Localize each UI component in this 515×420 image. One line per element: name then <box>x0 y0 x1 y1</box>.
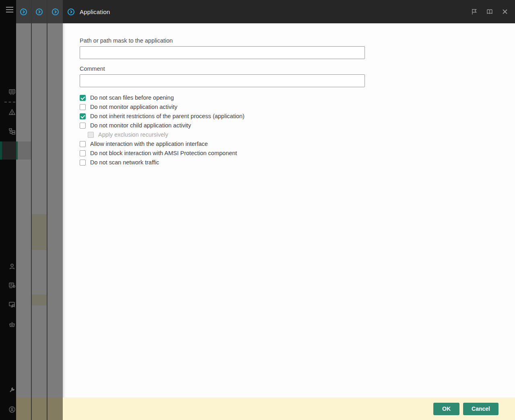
cancel-button[interactable]: Cancel <box>463 403 499 415</box>
app-window: Application <box>0 0 515 420</box>
stacked-dialog-1-footer <box>16 397 31 420</box>
path-label: Path or path mask to the application <box>80 37 515 44</box>
stacked-dialog-2-footer <box>32 397 47 420</box>
checkbox-label: Do not inherit restrictions of the paren… <box>90 113 245 119</box>
checkbox-label: Do not monitor application activity <box>90 104 177 110</box>
close-icon[interactable] <box>502 8 508 15</box>
circle-chevron-icon <box>20 8 27 16</box>
stacked-dialog-1-body <box>16 23 31 397</box>
sidebar-divider <box>4 102 15 102</box>
user-icon[interactable] <box>8 263 16 270</box>
application-dialog: Application <box>63 0 515 420</box>
checkbox-label: Do not scan files before opening <box>90 94 174 101</box>
list-settings-icon[interactable] <box>8 282 16 289</box>
checkbox-do-not-scan-network-traffic[interactable]: Do not scan network traffic <box>80 158 515 166</box>
checkbox-apply-exclusion-recursively: Apply exclusion recursively <box>88 131 515 139</box>
stacked-dialog-3-titlebar <box>47 0 63 23</box>
warning-triangle-icon[interactable] <box>8 109 16 116</box>
exclusion-options: Do not scan files before opening Do not … <box>80 94 515 166</box>
stacked-dialog-2 <box>32 0 47 420</box>
checkbox-box[interactable] <box>80 113 86 119</box>
checkbox-do-not-inherit-restrictions[interactable]: Do not inherit restrictions of the paren… <box>80 112 515 120</box>
circle-chevron-icon <box>52 8 59 16</box>
checkbox-label: Do not monitor child application activit… <box>90 122 191 129</box>
checkbox-box[interactable] <box>80 104 86 110</box>
checkbox-do-not-monitor-activity[interactable]: Do not monitor application activity <box>80 103 515 111</box>
checkbox-do-not-monitor-child-activity[interactable]: Do not monitor child application activit… <box>80 121 515 129</box>
checkbox-box[interactable] <box>80 150 86 156</box>
checkbox-box <box>88 132 94 138</box>
comment-label: Comment <box>80 66 515 72</box>
checkbox-label: Do not block interaction with AMSI Prote… <box>90 150 237 156</box>
stacked-dialog-2-body <box>32 23 47 397</box>
stacked-dialog-1 <box>16 0 31 420</box>
dialog-title: Application <box>80 8 471 15</box>
monitoring-icon[interactable] <box>8 88 16 96</box>
checkbox-box[interactable] <box>80 141 86 147</box>
circle-chevron-icon <box>67 8 75 16</box>
path-input[interactable] <box>80 46 365 59</box>
stacked-dialog-2-row-block <box>32 295 47 305</box>
support-person-icon[interactable] <box>8 406 16 413</box>
checkbox-box[interactable] <box>80 160 86 166</box>
titlebar-actions <box>471 8 508 15</box>
checkbox-box[interactable] <box>80 123 86 129</box>
dialog-titlebar: Application <box>63 0 515 23</box>
checkbox-box[interactable] <box>80 95 86 101</box>
basket-icon[interactable] <box>8 321 16 328</box>
checkbox-do-not-scan-files[interactable]: Do not scan files before opening <box>80 94 515 102</box>
dialog-footer: OK Cancel <box>63 397 515 420</box>
checkbox-do-not-block-amsi[interactable]: Do not block interaction with AMSI Prote… <box>80 149 515 157</box>
ok-button[interactable]: OK <box>433 403 459 415</box>
checkbox-label: Apply exclusion recursively <box>98 131 168 138</box>
app-sidebar <box>0 0 16 420</box>
open-book-icon[interactable] <box>486 8 493 15</box>
hamburger-menu-icon[interactable] <box>6 7 13 12</box>
stacked-dialog-3-body <box>47 23 63 397</box>
flag-icon[interactable] <box>471 8 478 15</box>
circle-chevron-icon <box>35 8 43 16</box>
sidebar-item-selected[interactable] <box>0 141 16 160</box>
checkbox-allow-interaction-interface[interactable]: Allow interaction with the application i… <box>80 140 515 148</box>
dialog-content: Path or path mask to the application Com… <box>63 23 515 397</box>
checkbox-label: Do not scan network traffic <box>90 159 159 166</box>
tree-structure-icon[interactable] <box>8 128 16 135</box>
comment-input[interactable] <box>80 74 365 87</box>
checkbox-label: Allow interaction with the application i… <box>90 141 208 147</box>
stacked-dialog-1-selected-row <box>16 141 31 160</box>
stacked-dialog-2-row-block <box>32 214 47 250</box>
stacked-dialogs <box>16 0 63 420</box>
stacked-dialog-3-footer <box>47 397 63 420</box>
stacked-dialog-3 <box>47 0 63 420</box>
stacked-dialog-1-titlebar <box>16 0 31 23</box>
device-search-icon[interactable] <box>8 301 16 308</box>
stacked-dialog-2-titlebar <box>32 0 47 23</box>
wrench-icon[interactable] <box>8 386 16 393</box>
